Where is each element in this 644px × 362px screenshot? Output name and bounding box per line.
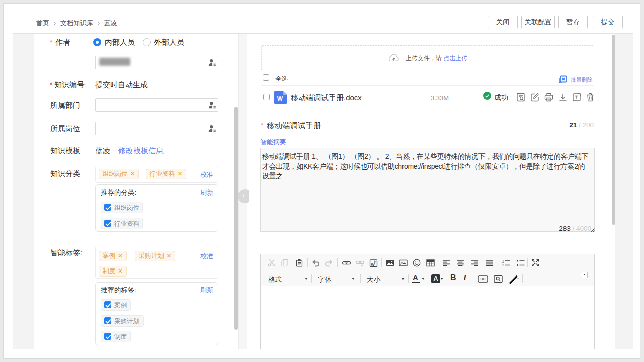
svg-text:1: 1 — [502, 259, 504, 263]
svg-text:W: W — [277, 95, 283, 102]
svg-text:W: W — [371, 262, 375, 267]
svg-text:2: 2 — [502, 263, 504, 267]
